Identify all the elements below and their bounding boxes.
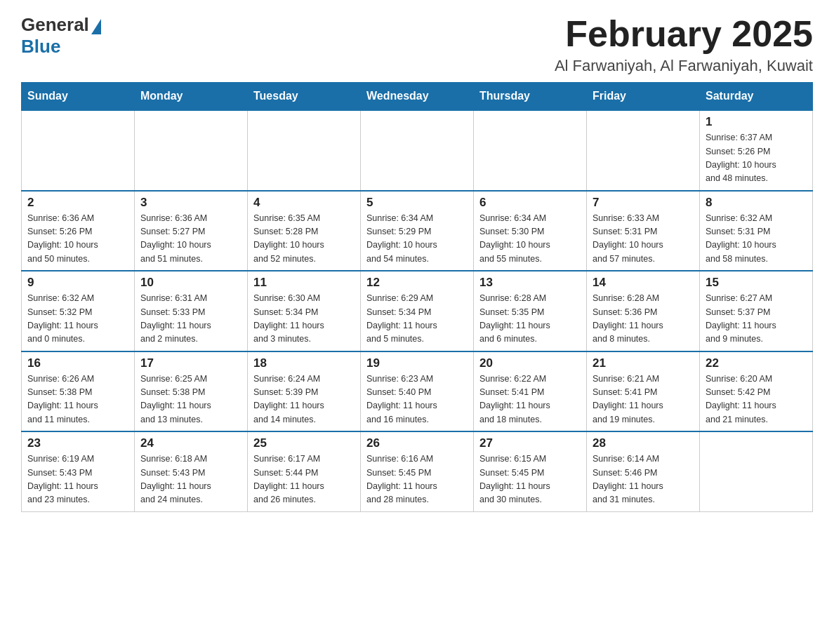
title-area: February 2025 Al Farwaniyah, Al Farwaniy… [555, 14, 813, 75]
day-number: 11 [253, 276, 355, 290]
calendar-cell [135, 110, 248, 191]
day-info: Sunrise: 6:28 AM Sunset: 5:35 PM Dayligh… [479, 292, 581, 347]
week-row-4: 16Sunrise: 6:26 AM Sunset: 5:38 PM Dayli… [22, 351, 813, 432]
day-info: Sunrise: 6:23 AM Sunset: 5:40 PM Dayligh… [366, 373, 468, 427]
day-info: Sunrise: 6:14 AM Sunset: 5:46 PM Dayligh… [593, 452, 694, 507]
day-info: Sunrise: 6:20 AM Sunset: 5:42 PM Dayligh… [706, 373, 807, 427]
day-number: 20 [479, 356, 581, 370]
weekday-header-tuesday: Tuesday [248, 83, 361, 111]
day-number: 16 [27, 356, 128, 370]
calendar-cell: 12Sunrise: 6:29 AM Sunset: 5:34 PM Dayli… [361, 271, 474, 351]
week-row-1: 1Sunrise: 6:37 AM Sunset: 5:26 PM Daylig… [22, 110, 813, 191]
day-number: 10 [140, 276, 241, 290]
calendar-cell [361, 110, 474, 191]
day-number: 17 [140, 356, 241, 370]
calendar-cell: 27Sunrise: 6:15 AM Sunset: 5:45 PM Dayli… [474, 431, 587, 511]
calendar-cell [474, 110, 587, 191]
calendar-cell: 15Sunrise: 6:27 AM Sunset: 5:37 PM Dayli… [700, 271, 813, 351]
day-number: 21 [593, 356, 694, 370]
week-row-3: 9Sunrise: 6:32 AM Sunset: 5:32 PM Daylig… [22, 271, 813, 351]
day-number: 23 [27, 436, 128, 450]
day-info: Sunrise: 6:24 AM Sunset: 5:39 PM Dayligh… [253, 373, 355, 427]
day-info: Sunrise: 6:26 AM Sunset: 5:38 PM Dayligh… [27, 373, 128, 427]
location-title: Al Farwaniyah, Al Farwaniyah, Kuwait [555, 57, 813, 75]
day-number: 5 [366, 196, 468, 210]
day-number: 26 [366, 436, 468, 450]
day-info: Sunrise: 6:19 AM Sunset: 5:43 PM Dayligh… [27, 452, 128, 507]
calendar-cell: 25Sunrise: 6:17 AM Sunset: 5:44 PM Dayli… [248, 431, 361, 511]
weekday-header-row: SundayMondayTuesdayWednesdayThursdayFrid… [22, 83, 813, 111]
day-info: Sunrise: 6:29 AM Sunset: 5:34 PM Dayligh… [366, 292, 468, 347]
day-info: Sunrise: 6:36 AM Sunset: 5:26 PM Dayligh… [27, 212, 128, 267]
day-info: Sunrise: 6:28 AM Sunset: 5:36 PM Dayligh… [593, 292, 694, 347]
calendar-cell: 2Sunrise: 6:36 AM Sunset: 5:26 PM Daylig… [22, 191, 135, 271]
calendar-cell: 3Sunrise: 6:36 AM Sunset: 5:27 PM Daylig… [135, 191, 248, 271]
calendar-cell: 8Sunrise: 6:32 AM Sunset: 5:31 PM Daylig… [700, 191, 813, 271]
weekday-header-saturday: Saturday [700, 83, 813, 111]
day-info: Sunrise: 6:21 AM Sunset: 5:41 PM Dayligh… [593, 373, 694, 427]
weekday-header-monday: Monday [135, 83, 248, 111]
day-number: 18 [253, 356, 355, 370]
day-info: Sunrise: 6:18 AM Sunset: 5:43 PM Dayligh… [140, 452, 241, 507]
day-info: Sunrise: 6:32 AM Sunset: 5:31 PM Dayligh… [706, 212, 807, 267]
day-number: 9 [27, 276, 128, 290]
day-info: Sunrise: 6:30 AM Sunset: 5:34 PM Dayligh… [253, 292, 355, 347]
day-number: 27 [479, 436, 581, 450]
calendar-cell: 9Sunrise: 6:32 AM Sunset: 5:32 PM Daylig… [22, 271, 135, 351]
day-info: Sunrise: 6:34 AM Sunset: 5:29 PM Dayligh… [366, 212, 468, 267]
calendar-cell: 13Sunrise: 6:28 AM Sunset: 5:35 PM Dayli… [474, 271, 587, 351]
month-title: February 2025 [555, 14, 813, 54]
page-header: General Blue February 2025 Al Farwaniyah… [21, 14, 813, 75]
day-number: 7 [593, 196, 694, 210]
calendar-cell: 23Sunrise: 6:19 AM Sunset: 5:43 PM Dayli… [22, 431, 135, 511]
calendar-cell: 21Sunrise: 6:21 AM Sunset: 5:41 PM Dayli… [587, 351, 700, 432]
day-info: Sunrise: 6:32 AM Sunset: 5:32 PM Dayligh… [27, 292, 128, 347]
week-row-5: 23Sunrise: 6:19 AM Sunset: 5:43 PM Dayli… [22, 431, 813, 511]
day-number: 1 [706, 115, 807, 129]
calendar-cell: 4Sunrise: 6:35 AM Sunset: 5:28 PM Daylig… [248, 191, 361, 271]
calendar-cell [22, 110, 135, 191]
day-info: Sunrise: 6:16 AM Sunset: 5:45 PM Dayligh… [366, 452, 468, 507]
logo-general-text: General [21, 14, 89, 36]
day-number: 22 [706, 356, 807, 370]
calendar-cell: 16Sunrise: 6:26 AM Sunset: 5:38 PM Dayli… [22, 351, 135, 432]
calendar-cell: 6Sunrise: 6:34 AM Sunset: 5:30 PM Daylig… [474, 191, 587, 271]
day-info: Sunrise: 6:35 AM Sunset: 5:28 PM Dayligh… [253, 212, 355, 267]
day-info: Sunrise: 6:15 AM Sunset: 5:45 PM Dayligh… [479, 452, 581, 507]
day-info: Sunrise: 6:34 AM Sunset: 5:30 PM Dayligh… [479, 212, 581, 267]
day-info: Sunrise: 6:25 AM Sunset: 5:38 PM Dayligh… [140, 373, 241, 427]
logo-triangle-icon [91, 19, 101, 34]
day-number: 4 [253, 196, 355, 210]
day-number: 13 [479, 276, 581, 290]
calendar-cell: 20Sunrise: 6:22 AM Sunset: 5:41 PM Dayli… [474, 351, 587, 432]
calendar-cell: 1Sunrise: 6:37 AM Sunset: 5:26 PM Daylig… [700, 110, 813, 191]
weekday-header-friday: Friday [587, 83, 700, 111]
day-number: 12 [366, 276, 468, 290]
day-number: 25 [253, 436, 355, 450]
calendar-cell: 7Sunrise: 6:33 AM Sunset: 5:31 PM Daylig… [587, 191, 700, 271]
day-number: 3 [140, 196, 241, 210]
week-row-2: 2Sunrise: 6:36 AM Sunset: 5:26 PM Daylig… [22, 191, 813, 271]
calendar-cell: 10Sunrise: 6:31 AM Sunset: 5:33 PM Dayli… [135, 271, 248, 351]
calendar-cell: 26Sunrise: 6:16 AM Sunset: 5:45 PM Dayli… [361, 431, 474, 511]
day-info: Sunrise: 6:33 AM Sunset: 5:31 PM Dayligh… [593, 212, 694, 267]
weekday-header-thursday: Thursday [474, 83, 587, 111]
calendar-cell: 28Sunrise: 6:14 AM Sunset: 5:46 PM Dayli… [587, 431, 700, 511]
day-number: 15 [706, 276, 807, 290]
calendar-cell: 22Sunrise: 6:20 AM Sunset: 5:42 PM Dayli… [700, 351, 813, 432]
day-number: 14 [593, 276, 694, 290]
day-info: Sunrise: 6:31 AM Sunset: 5:33 PM Dayligh… [140, 292, 241, 347]
day-number: 2 [27, 196, 128, 210]
calendar-cell [248, 110, 361, 191]
day-number: 28 [593, 436, 694, 450]
logo-blue-text: Blue [21, 36, 60, 58]
day-info: Sunrise: 6:17 AM Sunset: 5:44 PM Dayligh… [253, 452, 355, 507]
calendar-cell [587, 110, 700, 191]
day-info: Sunrise: 6:27 AM Sunset: 5:37 PM Dayligh… [706, 292, 807, 347]
calendar-cell: 18Sunrise: 6:24 AM Sunset: 5:39 PM Dayli… [248, 351, 361, 432]
day-number: 8 [706, 196, 807, 210]
calendar-cell: 14Sunrise: 6:28 AM Sunset: 5:36 PM Dayli… [587, 271, 700, 351]
calendar-cell [700, 431, 813, 511]
calendar-cell: 11Sunrise: 6:30 AM Sunset: 5:34 PM Dayli… [248, 271, 361, 351]
calendar-cell: 24Sunrise: 6:18 AM Sunset: 5:43 PM Dayli… [135, 431, 248, 511]
